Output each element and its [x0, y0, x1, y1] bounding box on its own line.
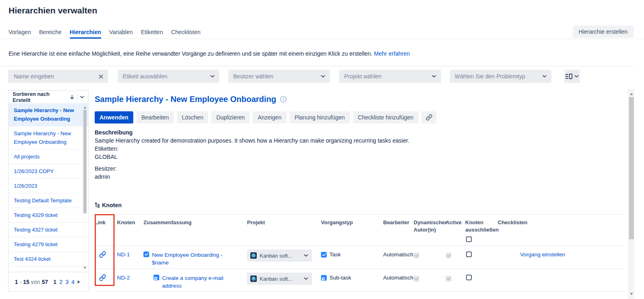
col-assignee: Bearbeiter	[383, 214, 414, 245]
exclude-checkbox[interactable]	[466, 251, 472, 257]
scroll-down-icon[interactable]	[83, 267, 87, 271]
chevron-down-icon	[575, 75, 579, 78]
page-1[interactable]: 1	[53, 279, 56, 285]
project-select[interactable]: Kanban soft...	[247, 273, 312, 285]
nodes-table: Link Knoten Zusammenfassung Projekt Vorg…	[95, 214, 626, 292]
checklist-cell: Vorgang einstellen	[498, 246, 626, 269]
apply-button[interactable]: Anwenden	[95, 111, 133, 124]
description-label: Beschreibung	[95, 128, 409, 136]
hierarchy-list-item[interactable]: All projects	[9, 150, 88, 164]
labels-label: Etiketten:	[95, 145, 409, 153]
tab-bereiche[interactable]: Bereiche	[39, 29, 61, 39]
active-checkbox	[446, 253, 451, 258]
tab-checklisten[interactable]: Checklisten	[171, 29, 200, 39]
chevron-down-icon	[304, 254, 308, 257]
node-key[interactable]: ND-1	[117, 246, 143, 269]
scroll-up-icon[interactable]	[630, 91, 633, 95]
hierarchy-list-item-selected[interactable]: Sample Hierarchy - New Employee Onboardi…	[9, 103, 88, 126]
learn-more-link[interactable]: Mehr erfahren	[374, 50, 410, 57]
tab-etiketten[interactable]: Etiketten	[141, 29, 163, 39]
create-hierarchy-button[interactable]: Hierarchie erstellen	[573, 26, 633, 38]
node-key[interactable]: ND-2	[117, 269, 143, 291]
page-4[interactable]: 4	[72, 279, 75, 285]
hierarchy-list-item[interactable]: Sample Hierarchy - New Employee Onboardi…	[9, 126, 88, 150]
exclude-cell	[465, 269, 498, 291]
hierarchy-list-item[interactable]: Testing 4279 ticket	[9, 237, 88, 252]
sort-direction-icon[interactable]	[70, 95, 74, 100]
project-filter-select[interactable]: Projekt wählen	[339, 70, 441, 83]
edit-button[interactable]: Bearbeiten	[137, 111, 174, 124]
add-planning-button[interactable]: Planung hinzufügen	[290, 111, 350, 124]
col-project: Projekt	[247, 214, 321, 245]
name-filter-input[interactable]	[13, 73, 95, 80]
list-scrollbar-thumb[interactable]	[83, 110, 87, 213]
project-avatar	[250, 275, 257, 282]
info-icon[interactable]	[280, 96, 287, 103]
owner-filter-select[interactable]: Besitzer wählen	[228, 70, 330, 83]
name-filter	[8, 70, 108, 83]
page-scrollbar[interactable]	[628, 89, 634, 299]
tab-hierarchien[interactable]: Hierarchien	[70, 29, 101, 39]
page-2[interactable]: 2	[59, 279, 63, 285]
list-scrollbar[interactable]	[83, 104, 87, 271]
project-cell: Kanban soft...	[247, 269, 321, 291]
col-node: Knoten	[117, 214, 143, 245]
delete-button[interactable]: Löschen	[177, 111, 208, 124]
scroll-down-icon[interactable]	[630, 293, 633, 297]
node-summary-link[interactable]: Create a company e-mail address	[143, 269, 247, 291]
subtask-icon	[321, 275, 327, 281]
pagination-pages: 1 2 3 4	[53, 279, 82, 285]
hierarchy-list-item[interactable]: 1/26/2023 COPY	[9, 164, 88, 179]
show-button[interactable]: Anzeigen	[253, 111, 286, 124]
columns-icon	[566, 74, 572, 79]
page-3[interactable]: 3	[65, 279, 69, 285]
sort-control[interactable]: Sortieren nach Erstellt	[9, 91, 88, 104]
node-summary-link[interactable]: New Employee Onboarding - $name	[143, 246, 247, 269]
issue-type-cell: Task	[321, 246, 383, 269]
chevron-down-icon	[542, 75, 546, 78]
next-page-icon[interactable]	[78, 280, 82, 284]
chevron-down-icon[interactable]	[80, 96, 84, 98]
exclude-all-checkbox[interactable]	[466, 236, 472, 242]
project-select[interactable]: Kanban soft...	[247, 249, 312, 262]
checklist-cell	[498, 269, 626, 291]
hierarchy-list-item[interactable]: Multy project for Smoke	[9, 266, 88, 272]
task-icon	[143, 251, 149, 257]
column-settings-dropdown[interactable]	[564, 70, 580, 83]
col-issue-type: Vorgangstyp	[321, 214, 383, 245]
exclude-checkbox[interactable]	[466, 275, 472, 280]
hierarchy-list-item[interactable]: Testing Default Template	[9, 193, 88, 208]
task-icon	[321, 252, 327, 258]
hierarchy-list-item[interactable]: 1/26/2023	[9, 179, 88, 193]
duplicate-button[interactable]: Duplizieren	[211, 111, 249, 124]
hierarchy-title: Sample Hierarchy - New Employee Onboardi…	[95, 95, 276, 104]
copy-link-button[interactable]	[422, 111, 436, 124]
set-issue-link[interactable]: Vorgang einstellen	[520, 251, 565, 258]
tab-vorlagen[interactable]: Vorlagen	[9, 29, 31, 39]
col-link: Link	[95, 214, 117, 245]
hierarchy-list-item[interactable]: Testing 4327 ticket	[9, 223, 88, 237]
chain-link-icon[interactable]	[99, 251, 106, 258]
page-scrollbar-thumb[interactable]	[629, 97, 634, 239]
tab-variablen[interactable]: Variablen	[109, 29, 133, 39]
link-cell	[95, 269, 117, 291]
hierarchy-list-item[interactable]: Testing 4329 ticket	[9, 208, 88, 223]
scroll-up-icon[interactable]	[83, 105, 87, 108]
active-cell	[446, 246, 465, 269]
nodes-section-header: Knoten	[95, 202, 121, 208]
chain-link-icon[interactable]	[99, 274, 106, 281]
owner-label: Besitzer:	[95, 165, 409, 173]
col-dynamic-author: Dynamischer Autor(in)	[414, 214, 446, 245]
page-title: Hierarchien verwalten	[9, 6, 97, 15]
label-filter-select[interactable]: Etikett auswählen	[118, 70, 219, 83]
add-checklist-button[interactable]: Checkliste hinzufügen	[353, 111, 418, 124]
subtask-icon	[154, 275, 159, 280]
table-header-row: Link Knoten Zusammenfassung Projekt Vorg…	[95, 214, 626, 245]
clear-icon[interactable]	[99, 74, 103, 79]
active-checkbox	[446, 276, 451, 282]
issuetype-filter-select[interactable]: Wählen Sie den Problemtyp	[450, 70, 551, 83]
chevron-down-icon	[432, 75, 436, 78]
exclude-cell	[465, 246, 498, 269]
chain-link-icon	[426, 114, 432, 121]
hierarchy-list-item[interactable]: Test 4324 ticket	[9, 252, 88, 266]
